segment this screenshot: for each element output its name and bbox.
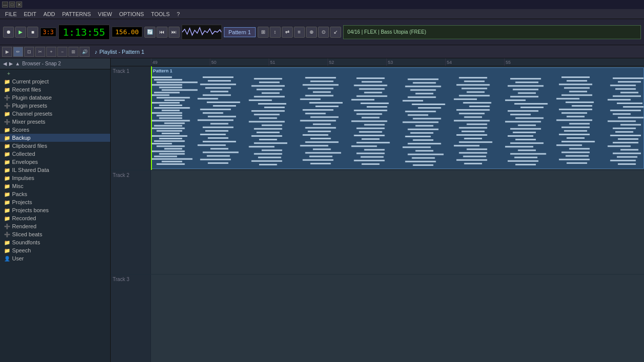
ruler-mark-55: 55 [504, 58, 563, 66]
menu-help[interactable]: ? [174, 10, 183, 18]
sidebar-item-collected[interactable]: 📁 Collected [0, 150, 110, 158]
svg-rect-204 [505, 146, 533, 147]
mixer-btn5[interactable]: ⊕ [306, 27, 317, 38]
sidebar-item-packs[interactable]: 📁 Packs [0, 190, 110, 198]
sidebar-item-current-project[interactable]: 📁 Current project [0, 77, 110, 85]
sidebar-item-rendered[interactable]: ➕ Rendered [0, 222, 110, 230]
menu-options[interactable]: OPTIONS [116, 10, 147, 18]
sidebar-item-plugin-presets[interactable]: ➕ Plugin presets [0, 102, 110, 110]
sidebar-item-backup[interactable]: 📁 Backup [0, 134, 110, 142]
menu-edit[interactable]: EDIT [21, 10, 39, 18]
sidebar-item-soundfonts[interactable]: 📁 Soundfonts [0, 238, 110, 246]
pattern-block-1[interactable]: Pattern 1 [151, 67, 644, 169]
svg-rect-43 [213, 105, 236, 107]
track-content-3[interactable] [151, 275, 644, 362]
svg-rect-76 [252, 135, 282, 137]
sidebar-add-button[interactable]: + [0, 69, 110, 77]
menu-tools[interactable]: TOOLS [148, 10, 173, 18]
menu-view[interactable]: VIEW [95, 10, 115, 18]
menu-patterns[interactable]: PATTERNS [59, 10, 94, 18]
sidebar-item-scores[interactable]: 📁 Scores [0, 126, 110, 134]
svg-rect-198 [518, 125, 536, 126]
svg-rect-31 [154, 156, 177, 157]
track-content-2[interactable] [151, 170, 644, 274]
svg-rect-114 [364, 92, 382, 94]
sidebar-item-il-shared-data[interactable]: 📁 IL Shared Data [0, 166, 110, 174]
mixer-btn7[interactable]: ↙ [330, 27, 341, 38]
nav-forward-icon[interactable]: ▶ [9, 61, 13, 66]
track-content-1[interactable]: Pattern 1 [151, 66, 644, 170]
sidebar-item-plugin-database[interactable]: ➕ Plugin database [0, 94, 110, 102]
sidebar-item-clipboard-files[interactable]: 📁 Clipboard files [0, 142, 110, 150]
svg-rect-10 [151, 102, 180, 104]
nav-up-icon[interactable]: ▲ [15, 61, 20, 66]
zoom-out-btn[interactable]: − [57, 47, 67, 57]
sidebar-item-channel-presets[interactable]: 📁 Channel presets [0, 110, 110, 118]
tempo-display[interactable]: 156.00 [112, 27, 142, 37]
skip-forward-button[interactable]: ⏭ [169, 27, 180, 38]
mixer-btn1[interactable]: ⊞ [258, 27, 269, 38]
svg-rect-34 [156, 163, 185, 165]
record-button[interactable]: ⏺ [3, 27, 14, 38]
playlist-label: ♪ Playlist - Pattern 1 [91, 49, 148, 55]
magnet-btn[interactable]: 🔊 [79, 47, 90, 57]
svg-rect-90 [305, 95, 334, 97]
svg-rect-61 [259, 81, 280, 83]
mixer-btn3[interactable]: ⇄ [282, 27, 293, 38]
svg-rect-252 [618, 138, 638, 140]
svg-rect-58 [200, 159, 231, 160]
track-row-1: Track 1 Pattern 1 [111, 66, 644, 170]
minimize-button[interactable]: — [2, 2, 8, 8]
maximize-button[interactable]: □ [9, 2, 15, 8]
folder-icon: 📁 [4, 175, 10, 181]
sidebar-item-projects-bones[interactable]: 📁 Projects bones [0, 206, 110, 214]
svg-rect-46 [208, 116, 236, 117]
svg-rect-30 [159, 153, 185, 155]
title-bar-buttons[interactable]: — □ ✕ [2, 2, 22, 8]
zoom-in-btn[interactable]: + [46, 47, 56, 57]
sidebar-item-projects[interactable]: 📁 Projects [0, 198, 110, 206]
skip-back-button[interactable]: ⏮ [156, 27, 168, 38]
sidebar-item-speech[interactable]: 📁 Speech [0, 246, 110, 254]
play-button[interactable]: ▶ [15, 27, 26, 38]
sidebar-item-recent-files[interactable]: 📁 Recent files [0, 85, 110, 94]
sidebar-item-recorded[interactable]: 📁 Recorded [0, 214, 110, 222]
mixer-btn6[interactable]: ⊙ [318, 27, 329, 38]
select-tool-btn[interactable]: ⊡ [24, 47, 34, 57]
erase-tool-btn[interactable]: ✂ [35, 47, 45, 57]
mixer-btn4[interactable]: ≡ [294, 27, 305, 38]
pattern-button[interactable]: Pattern 1 [224, 27, 256, 37]
svg-rect-63 [257, 88, 282, 90]
svg-rect-29 [151, 150, 185, 152]
svg-rect-194 [508, 110, 538, 112]
sidebar-item-impulses[interactable]: 📁 Impulses [0, 174, 110, 182]
sidebar-item-mixer-presets[interactable]: ➕ Mixer presets [0, 118, 110, 126]
sidebar-item-envelopes[interactable]: 📁 Envelopes [0, 158, 110, 166]
svg-rect-220 [561, 112, 587, 114]
loop-button[interactable]: 🔄 [144, 27, 155, 38]
svg-rect-52 [208, 137, 228, 139]
draw-tool-btn[interactable]: ✏ [13, 47, 23, 57]
svg-rect-59 [208, 162, 228, 164]
sidebar-item-sliced-beats[interactable]: ➕ Sliced beats [0, 230, 110, 238]
folder-icon: 📁 [4, 111, 10, 117]
svg-rect-51 [200, 134, 226, 135]
svg-rect-202 [515, 139, 536, 140]
menu-file[interactable]: FILE [2, 10, 20, 18]
playlist-play-btn[interactable]: ▶ [2, 47, 12, 57]
nav-back-icon[interactable]: ◀ [3, 61, 7, 66]
sidebar-item-user[interactable]: 👤 User [0, 254, 110, 262]
stop-button[interactable]: ■ [27, 27, 38, 38]
close-button[interactable]: ✕ [16, 2, 22, 8]
svg-rect-175 [461, 131, 485, 132]
mixer-btn2[interactable]: ↕ [270, 27, 281, 38]
menu-add[interactable]: ADD [40, 10, 58, 18]
svg-rect-123 [364, 124, 385, 126]
svg-rect-145 [408, 114, 428, 116]
svg-rect-14 [151, 112, 182, 114]
track-label-2: Track 2 [113, 172, 129, 178]
svg-rect-253 [613, 142, 638, 143]
svg-rect-234 [567, 162, 587, 164]
sidebar-item-misc[interactable]: 📁 Misc [0, 182, 110, 190]
snap-btn[interactable]: ⊞ [68, 47, 78, 57]
